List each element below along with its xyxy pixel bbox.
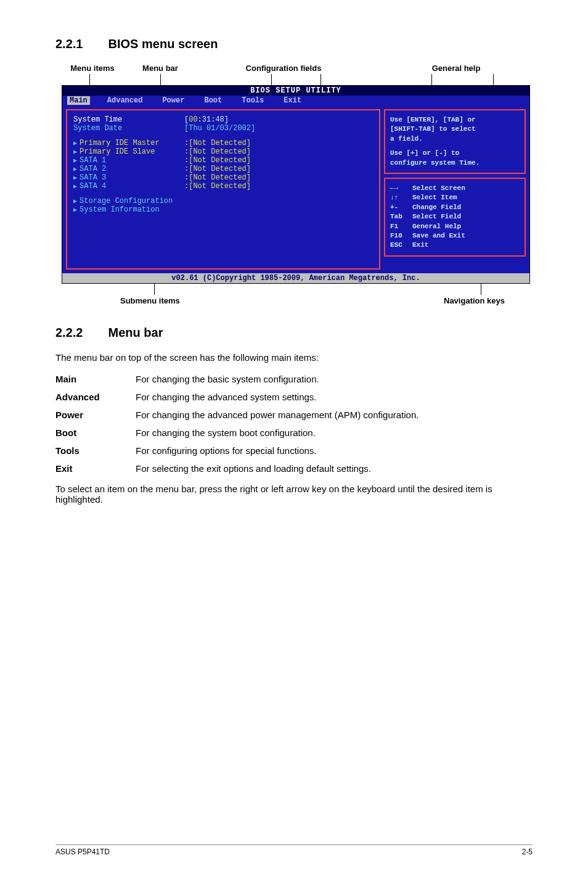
bios-tab-boot[interactable]: Boot bbox=[202, 96, 224, 105]
def-row-advanced: Advanced For changing the advanced syste… bbox=[55, 388, 533, 406]
bios-help-keys: ←→Select Screen ↓↑Select Item +-Change F… bbox=[384, 178, 526, 257]
bios-menu-bar: Main Advanced Power Boot Tools Exit bbox=[62, 96, 529, 105]
section-2-2-1-heading: 2.2.1 BIOS menu screen bbox=[55, 37, 533, 51]
row-system-time[interactable]: System Time [00:31:48] bbox=[73, 115, 373, 124]
key-arrows-lr: ←→ bbox=[390, 184, 412, 193]
label-menu-items: Menu items bbox=[62, 64, 123, 73]
system-date-value: [Thu 01/03/2002] bbox=[184, 124, 255, 133]
bios-tab-main[interactable]: Main bbox=[67, 96, 90, 105]
def-row-main: Main For changing the basic system confi… bbox=[55, 370, 533, 388]
page-footer: ASUS P5P41TD 2-5 bbox=[55, 844, 533, 856]
row-sata-1[interactable]: ▶SATA 1 :[Not Detected] bbox=[73, 156, 373, 165]
footer-right: 2-5 bbox=[522, 848, 533, 856]
bottom-callout-labels: Submenu items Navigation keys bbox=[62, 284, 533, 308]
bios-tab-tools[interactable]: Tools bbox=[239, 96, 266, 105]
heading-title: BIOS menu screen bbox=[108, 37, 218, 51]
def-row-tools: Tools For configuring options for specia… bbox=[55, 442, 533, 460]
key-arrows-ud: ↓↑ bbox=[390, 193, 412, 202]
row-sata-4[interactable]: ▶SATA 4 :[Not Detected] bbox=[73, 182, 373, 191]
label-submenu-items: Submenu items bbox=[120, 296, 180, 305]
key-esc: ESC bbox=[390, 241, 412, 250]
triangle-icon: ▶ bbox=[73, 157, 77, 164]
menubar-outro-text: To select an item on the menu bar, press… bbox=[55, 484, 533, 505]
def-row-boot: Boot For changing the system boot config… bbox=[55, 424, 533, 442]
top-callout-labels: Menu items Menu bar Configuration fields… bbox=[62, 64, 533, 73]
menubar-definitions: Main For changing the basic system confi… bbox=[55, 370, 533, 477]
system-date-label: System Date bbox=[73, 124, 184, 133]
key-f1: F1 bbox=[390, 222, 412, 231]
row-system-date[interactable]: System Date [Thu 01/03/2002] bbox=[73, 124, 373, 133]
bios-left-panel: System Time [00:31:48] System Date [Thu … bbox=[66, 109, 380, 270]
label-navigation-keys: Navigation keys bbox=[444, 296, 505, 305]
triangle-icon: ▶ bbox=[73, 149, 77, 155]
bios-tab-power[interactable]: Power bbox=[160, 96, 187, 105]
menubar-intro-text: The menu bar on top of the screen has th… bbox=[55, 352, 533, 363]
triangle-icon: ▶ bbox=[73, 198, 77, 205]
top-connector-lines bbox=[62, 74, 533, 85]
def-row-power: Power For changing the advanced power ma… bbox=[55, 406, 533, 424]
footer-left: ASUS P5P41TD bbox=[55, 848, 110, 856]
system-time-value: [00:31:48] bbox=[184, 115, 229, 124]
row-storage-configuration[interactable]: ▶Storage Configuration bbox=[73, 197, 373, 205]
triangle-icon: ▶ bbox=[73, 166, 77, 173]
bios-screenshot: BIOS SETUP UTILITY Main Advanced Power B… bbox=[62, 85, 530, 284]
bios-footer: v02.61 (C)Copyright 1985-2009, American … bbox=[62, 273, 529, 283]
def-row-exit: Exit For selecting the exit options and … bbox=[55, 460, 533, 477]
label-config-fields: Configuration fields bbox=[210, 64, 357, 73]
heading-number: 2.2.2 bbox=[55, 326, 105, 340]
row-sata-3[interactable]: ▶SATA 3 :[Not Detected] bbox=[73, 173, 373, 182]
triangle-icon: ▶ bbox=[73, 183, 77, 190]
bios-right-panel: Use [ENTER], [TAB] or [SHIFT-TAB] to sel… bbox=[384, 109, 526, 270]
row-primary-ide-slave[interactable]: ▶Primary IDE Slave :[Not Detected] bbox=[73, 147, 373, 156]
triangle-icon: ▶ bbox=[73, 140, 77, 147]
section-2-2-2-heading: 2.2.2 Menu bar bbox=[55, 326, 533, 340]
heading-number: 2.2.1 bbox=[55, 37, 105, 51]
key-f10: F10 bbox=[390, 231, 412, 241]
row-system-information[interactable]: ▶System Information bbox=[73, 205, 373, 214]
triangle-icon: ▶ bbox=[73, 207, 77, 213]
heading-title: Menu bar bbox=[108, 326, 163, 339]
system-time-label: System Time bbox=[73, 115, 184, 124]
bios-title-bar: BIOS SETUP UTILITY bbox=[62, 86, 529, 96]
bios-tab-advanced[interactable]: Advanced bbox=[105, 96, 145, 105]
bios-help-top: Use [ENTER], [TAB] or [SHIFT-TAB] to sel… bbox=[384, 109, 526, 174]
label-general-help: General help bbox=[394, 64, 518, 73]
key-plus-minus: +- bbox=[390, 203, 412, 212]
key-tab: Tab bbox=[390, 212, 412, 221]
row-sata-2[interactable]: ▶SATA 2 :[Not Detected] bbox=[73, 165, 373, 173]
label-menu-bar: Menu bar bbox=[123, 64, 197, 73]
triangle-icon: ▶ bbox=[73, 175, 77, 181]
bios-tab-exit[interactable]: Exit bbox=[281, 96, 304, 105]
row-primary-ide-master[interactable]: ▶Primary IDE Master :[Not Detected] bbox=[73, 139, 373, 147]
